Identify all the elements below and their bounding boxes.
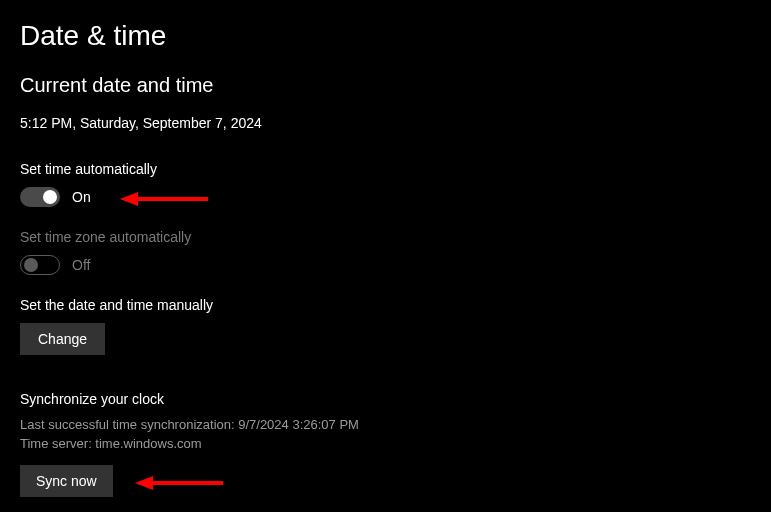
sync-last-success: Last successful time synchronization: 9/… bbox=[20, 417, 751, 432]
manual-datetime-label: Set the date and time manually bbox=[20, 297, 751, 313]
change-button[interactable]: Change bbox=[20, 323, 105, 355]
set-tz-auto-toggle[interactable] bbox=[20, 255, 60, 275]
set-tz-auto-row: Off bbox=[20, 255, 751, 275]
svg-marker-3 bbox=[135, 476, 153, 490]
svg-marker-1 bbox=[120, 192, 138, 206]
set-time-auto-toggle[interactable] bbox=[20, 187, 60, 207]
page-title: Date & time bbox=[20, 20, 751, 52]
set-time-auto-row: On bbox=[20, 187, 751, 207]
set-time-auto-state: On bbox=[72, 189, 91, 205]
sync-heading: Synchronize your clock bbox=[20, 391, 751, 407]
sync-server: Time server: time.windows.com bbox=[20, 436, 751, 451]
sync-section: Synchronize your clock Last successful t… bbox=[20, 391, 751, 512]
annotation-arrow-icon bbox=[120, 189, 210, 209]
annotation-arrow-icon bbox=[135, 473, 225, 493]
current-datetime-value: 5:12 PM, Saturday, September 7, 2024 bbox=[20, 115, 751, 131]
set-tz-auto-state: Off bbox=[72, 257, 90, 273]
current-datetime-heading: Current date and time bbox=[20, 74, 751, 97]
set-tz-auto-label: Set time zone automatically bbox=[20, 229, 751, 245]
set-time-auto-label: Set time automatically bbox=[20, 161, 751, 177]
sync-now-button[interactable]: Sync now bbox=[20, 465, 113, 497]
